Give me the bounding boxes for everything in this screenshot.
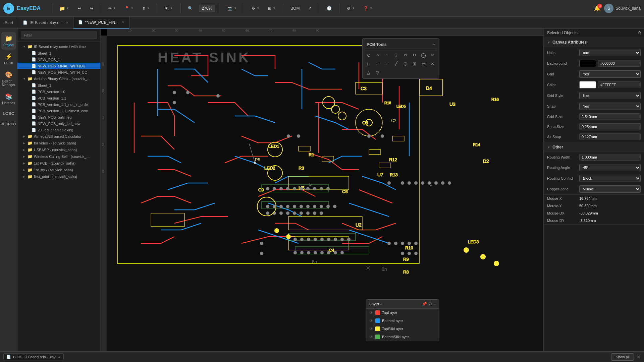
upload-btn[interactable]: ⬆ ▼ [140,5,152,12]
grid-btn[interactable]: ⊞ ▼ [265,5,278,12]
grid-select[interactable]: Yes No [579,70,641,78]
pcb-tool-hex[interactable]: ⬡ [401,60,409,68]
tree-item-pcb-v11[interactable]: 📄 PCB_version_1.1 [17,95,100,101]
tree-item-new-pcb-final-with[interactable]: 📄 NEW_PCB_FINAL_WITH_CO [17,69,100,75]
tree-item-sheet1b[interactable]: 📄 Sheet_1 [17,82,100,88]
copper-zone-select[interactable]: Visible Hidden [579,185,641,193]
layer-item-bottomsilk[interactable]: 👁 BottomSilkLayer [366,333,439,341]
tab-start[interactable]: Start [0,17,18,28]
pcb-canvas-area[interactable]: 10 20 30 40 50 60 70 80 90 60 65 70 75 8… [101,29,543,351]
routing-angle-select[interactable]: 45° 90° Free [579,164,641,171]
tree-item-only-led[interactable]: 📄 NEW_PCB_only_led [17,114,100,120]
pcb-tool-circle[interactable]: ○ [374,51,382,59]
zoom-display[interactable]: 270% [199,5,215,12]
grid-size-input[interactable] [579,113,641,120]
pen-btn[interactable]: ✏ ▼ [106,5,118,12]
tree-item-sheet1[interactable]: 📄 Sheet_1 [17,50,100,56]
bom-btn[interactable]: BOM [288,5,302,12]
pcb-tool-pad[interactable]: ▭ [420,60,428,68]
grid-color-input[interactable] [598,81,641,88]
grid-color-picker[interactable] [579,81,596,88]
tree-item-wireless[interactable]: ▶ 📁 Wireless Calling Bell - (souvick_... [17,153,100,160]
tree-item-1st-try[interactable]: ▶ 📁 1st_try - (souvick_saha) [17,167,100,173]
routing-conflict-select[interactable]: Block Ignore Highlight [579,175,641,182]
pcb-canvas[interactable]: HEAT SINK [107,36,543,351]
layer-item-top[interactable]: 👁 TopLayer [366,309,439,317]
sidebar-item-design-manager[interactable]: 🎨 Design Manager [1,68,16,89]
help-btn[interactable]: ❓ ▼ [361,5,375,12]
tree-item-pcb-v10[interactable]: 📄 PCB_version 1.0 [17,88,100,95]
tree-item-pcb-v11-almost[interactable]: 📄 PCB_version_1.1_almost_com [17,108,100,114]
tab-newpcb-close-icon[interactable]: ✕ [122,20,124,24]
routing-width-input[interactable] [579,154,641,161]
tree-item-new-pcb-1[interactable]: 📄 NEW_PCB_1 [17,56,100,63]
pcb-tool-rotate-cw[interactable]: ↻ [410,51,418,59]
layers-close-btn[interactable]: − [433,302,436,306]
pcb-tool-corner2[interactable]: ⌐ [383,60,391,68]
tree-item-arduino[interactable]: ▼ 📁 Arduino Binary Clock - (souvick_... [17,75,100,82]
settings-btn[interactable]: ⚙ ▼ [344,5,357,12]
tree-filter-input[interactable] [21,32,97,39]
layer-item-topsilk[interactable]: 👁 TopSilkLayer [366,325,439,333]
tab-ir-close-icon[interactable]: ✕ [66,21,68,24]
grid-style-select[interactable]: line dot [579,92,641,99]
pcb-tool-text[interactable]: T [392,51,400,59]
tree-item-for-video[interactable]: ▶ 📁 for video - (souvick_saha) [17,140,100,146]
zoom-btn[interactable]: 🔍 [185,5,196,12]
tree-item-only-led-new[interactable]: 📄 NEW_PCB_only_led_new [17,120,100,127]
other-header[interactable]: ▼ Other [544,142,644,152]
layer-bottom-eye-icon[interactable]: 👁 [369,318,373,323]
pcb-tool-rect[interactable]: □ [365,60,373,68]
sidebar-item-project[interactable]: 📁 Project [1,32,16,50]
snap-size-input[interactable] [579,123,641,130]
layers-settings-btn[interactable]: ⚙ [428,302,432,306]
units-select[interactable]: mm mil inch [579,49,641,56]
undo-btn[interactable]: ↩ [75,5,84,12]
pcb-tool-corner1[interactable]: ⌐ [374,60,382,68]
layer-topsilk-eye-icon[interactable]: 👁 [369,326,373,331]
history-btn[interactable]: 🕐 [324,5,334,12]
layer-item-bottom[interactable]: 👁 BottomLayer [366,317,439,325]
tab-new-pcb[interactable]: 📄 *NEW_PCB_FIN... ✕ [73,17,129,28]
file-btn[interactable]: 📁 ▼ [57,4,72,12]
pcb-tool-line[interactable]: ╱ [392,60,400,68]
background-color-input[interactable] [598,60,641,67]
tree-item-first-print[interactable]: ▶ 📁 first_print - (souvick_saha) [17,173,100,180]
pcb-tool-wire[interactable]: ⊙ [365,51,373,59]
notifications-btn[interactable]: 🔔 3 [594,5,601,11]
snap-select[interactable]: Yes No [579,103,641,110]
tree-item-new-pcb-final-without[interactable]: 📄 NEW_PCB_FINAL_WITHOU [17,63,100,69]
tree-item-root1[interactable]: ▼ 📁 IR Based relay control with time [17,43,100,50]
pcb-tool-tri-up[interactable]: △ [365,68,373,76]
canvas-attributes-header[interactable]: ▼ Canvas Attributes [544,37,644,47]
tab-ir-relay[interactable]: 📄 IR Based relay c... ✕ [18,17,73,28]
pcb-tools-close-btn[interactable]: − [432,42,435,47]
layer-top-eye-icon[interactable]: 👁 [369,310,373,315]
redo-btn[interactable]: ↪ [87,5,96,12]
share-btn[interactable]: ↗ [306,5,314,12]
pcb-tool-remove[interactable]: ✕ [429,60,437,68]
sidebar-item-eelib[interactable]: ⚡ EELib [1,50,16,68]
tree-item-1st-pcb[interactable]: ▶ 📁 1st PCB - (souvick_saha) [17,160,100,167]
pin-btn[interactable]: 📍 ▼ [122,5,136,12]
pcb-tool-rotate-ccw[interactable]: ↺ [401,51,409,59]
tools-btn[interactable]: ⚙ ▼ [249,5,262,12]
pcb-tool-arc[interactable]: ◯ [420,51,428,59]
tree-item-charlieplexing[interactable]: 📄 20_led_charlieplexing [17,127,100,133]
tree-item-usbasp[interactable]: ▶ 📁 USBASP - (souvick_saha) [17,146,100,153]
pcb-tool-tri-down[interactable]: ▽ [374,68,382,76]
sidebar-item-jlcpcb[interactable]: JLCPCB [1,119,16,129]
sidebar-item-lcsc[interactable]: LCSC [1,108,16,119]
layer-bottomsilk-eye-icon[interactable]: 👁 [369,335,373,339]
tree-item-pcb-v11-not[interactable]: 📄 PCB_version_1.1_not_in_orde [17,101,100,108]
tree-item-atmega[interactable]: ▶ 📁 Atmega328 based Calculator - [17,133,100,140]
camera-btn[interactable]: 📷 ▼ [225,5,239,12]
show-all-btn[interactable]: Show all [611,353,634,361]
close-status-btn[interactable]: ✕ [637,354,641,360]
alt-snap-input[interactable] [579,133,641,140]
sidebar-item-libraries[interactable]: 📚 Libraries [1,90,16,108]
pcb-tool-delete[interactable]: ✕ [429,51,437,59]
user-profile[interactable]: S Souvick_saha [604,4,641,13]
pcb-tool-cross[interactable]: + [383,51,391,59]
layers-pin-btn[interactable]: 📌 [422,302,427,306]
